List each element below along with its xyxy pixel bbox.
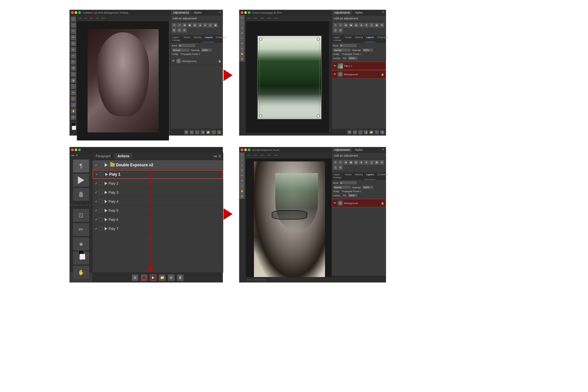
fx-button[interactable]: fx xyxy=(190,130,194,134)
handle-bl[interactable] xyxy=(259,115,262,117)
layer-comps-tab[interactable]: Layer Comps xyxy=(171,35,182,42)
tr-fill-select[interactable]: 100% xyxy=(348,56,358,60)
bl-close-icon[interactable]: ✕ xyxy=(76,154,78,157)
tr-adj-5[interactable]: ▤ xyxy=(354,23,358,27)
layer-visibility[interactable]: 👁 xyxy=(172,59,175,63)
bl-close[interactable] xyxy=(71,149,74,151)
action-item-paly5[interactable]: ✓ Paly 5 xyxy=(92,206,223,215)
tr-adj-12[interactable]: ⊟ xyxy=(338,28,343,33)
tr-link-layers[interactable]: ⛓ xyxy=(347,130,352,134)
actions-tab[interactable]: Actions xyxy=(114,153,133,159)
paragraph-tab[interactable]: Paragraph xyxy=(92,153,114,159)
action-item-paly7[interactable]: ✓ Paly 7 xyxy=(92,224,223,233)
select-tool[interactable]: ⬚ xyxy=(71,23,76,28)
action-item-paly4[interactable]: ✓ Paly 4 xyxy=(92,197,223,206)
move-tool[interactable]: ↖ xyxy=(71,16,76,22)
br-opacity-select[interactable]: 100% xyxy=(362,185,373,189)
adj-threshold[interactable]: ⊟ xyxy=(182,28,187,33)
delete-layer-button[interactable]: 🗑 xyxy=(217,130,221,134)
tr-layer-comps-tab[interactable]: Layer Comps xyxy=(332,35,343,42)
br-layer-comps-tab[interactable]: Layer Comps xyxy=(332,172,343,180)
bl-minimize[interactable] xyxy=(75,149,77,151)
br-kind-select[interactable]: ▼ xyxy=(339,181,357,185)
tr-select-tool[interactable]: ⬚ xyxy=(239,20,245,26)
br-adj-9[interactable]: ▦ xyxy=(374,160,379,165)
br-adj-11[interactable]: ◎ xyxy=(333,165,338,170)
br-minimize[interactable] xyxy=(244,149,247,151)
tr-panel-close[interactable]: ✕ xyxy=(381,10,386,15)
adj-curves[interactable]: ↗ xyxy=(177,23,182,27)
eyedropper-tool[interactable]: ⊘ xyxy=(71,47,76,52)
tr-adj-10[interactable]: ⊞ xyxy=(380,23,384,27)
adj-vibrance[interactable]: ◈ xyxy=(198,23,202,27)
adj-pattern[interactable]: ⊞ xyxy=(172,28,176,33)
crop-icon-bl[interactable]: ⊡ xyxy=(73,209,89,222)
tr-scrollbar-v[interactable] xyxy=(329,21,331,135)
adj-filter[interactable]: ⊕ xyxy=(203,23,207,27)
br-notes-tab[interactable]: Notes xyxy=(343,172,353,180)
window-controls[interactable] xyxy=(71,11,81,14)
tr-history-tab[interactable]: History xyxy=(353,35,364,42)
paly5-expand[interactable] xyxy=(105,209,107,212)
br-zoom-tool[interactable]: ⊕ xyxy=(239,194,245,199)
mask-button[interactable]: ⬚ xyxy=(195,130,199,134)
hand-tool-bl[interactable]: ✋ xyxy=(73,266,89,279)
close-button[interactable] xyxy=(71,11,74,14)
br-select-tool[interactable]: ⬚ xyxy=(239,158,245,163)
kind-select[interactable]: ▼ xyxy=(178,44,196,47)
group-button[interactable]: 📁 xyxy=(206,130,210,134)
tr-styles-tab[interactable]: Styles xyxy=(353,10,366,15)
adj-layer-button[interactable]: ◑ xyxy=(201,130,205,134)
bl-bg-color[interactable] xyxy=(79,254,85,260)
tr-pen-tool[interactable]: ✒ xyxy=(239,41,245,46)
tr-adj-3[interactable]: ◑ xyxy=(343,23,348,27)
br-adj-7[interactable]: ⊕ xyxy=(364,160,369,165)
blur-tool-bl[interactable]: ◉ xyxy=(73,237,89,250)
tr-adj-4[interactable]: ▣ xyxy=(349,23,353,27)
tr-adj-6[interactable]: ◈ xyxy=(359,23,363,27)
layer-item-tr-background[interactable]: 👁 Background 🔒 xyxy=(332,70,386,78)
br-close[interactable] xyxy=(241,149,243,151)
tr-opacity-select[interactable]: 100% xyxy=(362,48,373,52)
adj-bw[interactable]: ◫ xyxy=(208,23,213,27)
clone-tool[interactable]: ⌘ xyxy=(71,66,76,71)
tr-window-controls[interactable] xyxy=(241,11,250,14)
rewind-icon[interactable]: ⏮ xyxy=(214,154,217,158)
adj-brightness[interactable]: ☀ xyxy=(172,23,176,27)
paly4-expand[interactable] xyxy=(105,200,107,203)
tr-adj-8[interactable]: ◫ xyxy=(369,23,374,27)
channels-tab[interactable]: Channels xyxy=(214,35,228,42)
br-pen-tool[interactable]: ✒ xyxy=(239,178,245,183)
adj-hue[interactable]: ◑ xyxy=(182,23,187,27)
history-tab[interactable]: History xyxy=(192,35,203,42)
layers-tab[interactable]: Layers xyxy=(203,35,214,42)
br-adjustments-tab[interactable]: Adjustments xyxy=(332,147,353,152)
adj-invert[interactable]: ◎ xyxy=(177,28,182,33)
bl-back-arrow[interactable]: ◂◂ xyxy=(71,154,74,157)
tr-adj-2[interactable]: ↗ xyxy=(338,23,343,27)
bg-color[interactable] xyxy=(72,126,76,130)
br-adj-12[interactable]: ⊟ xyxy=(338,165,343,170)
br-channels-tab[interactable]: Channels xyxy=(375,172,390,180)
stop-button[interactable] xyxy=(132,274,138,281)
link-layers[interactable]: ⛓ xyxy=(184,130,188,134)
br-layers-tab[interactable]: Layers xyxy=(364,172,375,180)
group-expand[interactable] xyxy=(105,163,108,167)
tr-crop-tool[interactable]: ⊡ xyxy=(239,31,245,36)
tr-mask-button[interactable]: ⬚ xyxy=(358,130,362,134)
maximize-button[interactable] xyxy=(78,11,81,14)
tr-scrollbar-h[interactable] xyxy=(246,133,331,135)
tr-adj-7[interactable]: ⊕ xyxy=(364,23,369,27)
new-folder-button[interactable]: 📁 xyxy=(159,274,165,281)
dodge-tool[interactable]: ○ xyxy=(71,84,76,89)
new-layer-button[interactable]: + xyxy=(212,130,216,134)
tr-adj-1[interactable]: ☀ xyxy=(333,23,338,27)
adj-color[interactable]: ▣ xyxy=(187,23,192,27)
play-action-button[interactable] xyxy=(150,274,156,281)
tr-minimize[interactable] xyxy=(244,11,247,14)
br-adj-8[interactable]: ◫ xyxy=(369,160,374,165)
brush-icon-bl[interactable]: ✏ xyxy=(73,223,89,236)
layer-item-background[interactable]: 👁 Background 🔒 xyxy=(171,57,223,65)
menu-icon[interactable]: ☰ xyxy=(218,154,221,158)
layer-item-paly1[interactable]: 👁 PALY 1 xyxy=(332,62,386,70)
